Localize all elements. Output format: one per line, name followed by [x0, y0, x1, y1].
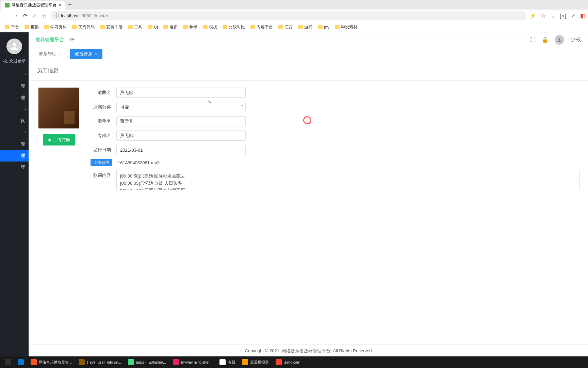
bookmark-item[interactable]: 平台	[5, 24, 19, 30]
reload-icon[interactable]: ⟳	[22, 12, 29, 19]
bookmark-item[interactable]: 游戏	[298, 24, 312, 30]
bookmark-item[interactable]: 框架	[24, 24, 39, 30]
svg-point-0	[13, 43, 16, 46]
sidebar-item[interactable]: 理	[0, 162, 29, 173]
tab-label: 修改音乐	[75, 51, 93, 57]
lyrics-label: 歌词内容	[91, 170, 111, 179]
upload-cover-label: 上传封面	[53, 137, 70, 143]
upload-cover-button[interactable]: ⊕ 上传封面	[43, 134, 75, 145]
info-icon: ⓘ	[54, 13, 59, 19]
folder-icon	[298, 25, 303, 29]
home-icon[interactable]: ⌂	[31, 12, 38, 19]
lock-icon[interactable]: 🔒	[542, 36, 549, 43]
main-area: 放器管理平台 ⟳ ⛶ 🔒 少校 音乐管理×修改音乐× 员工信息	[29, 32, 588, 357]
sidebar-avatar[interactable]	[6, 39, 22, 54]
bookmark-label: 学习资料	[50, 24, 67, 30]
bookmark-label: 工具	[134, 24, 142, 30]
bookmark-label: 框架	[31, 24, 39, 30]
bookmark-label: 江西	[284, 24, 293, 30]
bookmark-item[interactable]: mv	[318, 25, 329, 30]
content-area: 员工信息 ⊕ 上传封面 歌曲名	[29, 61, 588, 344]
category-label: 所属分类	[91, 102, 111, 110]
folder-icon	[148, 25, 152, 29]
sidebar-item[interactable]: ▴	[0, 127, 29, 138]
close-icon[interactable]: ×	[95, 51, 98, 57]
sidebar-item[interactable]: 理	[0, 138, 29, 150]
chevron-down-icon[interactable]: ⌄	[551, 13, 555, 19]
user-avatar[interactable]	[555, 35, 564, 45]
username-text[interactable]: 少校	[570, 36, 581, 43]
singer-input[interactable]	[116, 116, 246, 126]
content-tab[interactable]: 音乐管理×	[34, 49, 67, 59]
category-select[interactable]	[116, 102, 246, 112]
close-icon[interactable]: ×	[59, 51, 62, 57]
bookmark-item[interactable]: 参考	[183, 24, 197, 30]
date-input[interactable]	[116, 145, 246, 155]
bookmark-item[interactable]: 安装手册	[100, 24, 122, 30]
bookmark-item[interactable]: 电影	[163, 24, 178, 30]
sidebar-item[interactable]: ▴	[0, 69, 29, 80]
bookmarks-bar: 平台框架学习资料优秀代码安装手册工具UI电影参考模板比较对比内容平台江西游戏mv…	[0, 22, 588, 32]
sidebar-item[interactable]: 理	[0, 80, 29, 92]
refresh-button[interactable]: ⟳	[70, 36, 75, 43]
folder-icon	[278, 25, 283, 29]
bookmark-item[interactable]: UI	[148, 25, 158, 30]
footer-text: Copyright © 2021, 网络音乐播放器管理平台, All Right…	[29, 344, 588, 357]
back-icon[interactable]: ←	[3, 12, 10, 19]
upload-song-button[interactable]: 上传歌曲	[91, 159, 112, 166]
bookmark-label: 平台	[11, 24, 19, 30]
content-tab[interactable]: 修改音乐×	[70, 49, 103, 59]
new-tab-button[interactable]: +	[65, 1, 75, 9]
bookmark-item[interactable]: 学习资料	[44, 24, 67, 30]
fullscreen-icon[interactable]: ⛶	[530, 37, 536, 43]
sidebar-item-label: 艮	[21, 118, 25, 124]
svg-point-1	[558, 38, 560, 40]
bookmark-label: 电影	[169, 24, 178, 30]
sidebar-item[interactable]: 理	[0, 92, 29, 104]
sidebar-item[interactable]: 艮	[0, 115, 29, 127]
bookmark-label: 模板	[209, 24, 217, 30]
tab-label: 音乐管理	[39, 51, 56, 57]
album-input[interactable]	[116, 131, 246, 141]
folder-icon	[250, 25, 255, 29]
bookmark-item[interactable]: 江西	[278, 24, 293, 30]
close-tab-icon[interactable]: ×	[59, 2, 61, 8]
bookmark-label: 安装手册	[106, 24, 122, 30]
folder-icon	[203, 25, 208, 29]
browser-tab[interactable]: 网络音乐播放器管理平台 ×	[1, 1, 65, 10]
form-panel: 员工信息 ⊕ 上传封面 歌曲名	[29, 61, 588, 344]
taskbar: 网络音乐播放器管...t_sys_user_info @...apps - [E…	[0, 356, 588, 357]
folder-icon	[5, 25, 10, 29]
folder-icon	[335, 25, 340, 29]
forward-icon[interactable]: →	[12, 12, 19, 19]
sidebar-item[interactable]: 理	[0, 150, 29, 162]
url-host: localhost	[61, 13, 78, 18]
bookmark-label: 比较对比	[229, 24, 245, 30]
bookmark-item[interactable]: 优秀代码	[72, 24, 95, 30]
date-label: 发行日期	[91, 145, 111, 153]
song-input[interactable]	[116, 88, 246, 98]
ext1-icon[interactable]: [∘]	[560, 13, 566, 19]
url-port: :8080	[80, 13, 92, 18]
lyrics-textarea[interactable]	[116, 170, 580, 190]
ext3-icon[interactable]: ◧	[580, 13, 585, 19]
brand-text: 放器管理平台	[35, 37, 64, 43]
plus-circle-icon: ⊕	[48, 137, 51, 142]
bookmark-item[interactable]: 内容平台	[250, 24, 273, 30]
tab-title: 网络音乐播放器管理平台	[12, 2, 56, 8]
sidebar-item-label: 理	[21, 83, 25, 89]
sidebar-menu: ▴理理▴艮▴理理理	[0, 69, 29, 173]
sidebar-item[interactable]: ▴	[0, 104, 29, 115]
bookmark-star-icon[interactable]: ☆	[541, 13, 546, 19]
bookmark-item[interactable]: 工具	[128, 24, 142, 30]
bookmark-item[interactable]: 比较对比	[223, 24, 245, 30]
star-icon[interactable]: ☆	[41, 12, 48, 19]
app-container: 校, 欢迎登录 ▴理理▴艮▴理理理 放器管理平台 ⟳ ⛶ 🔒 少校 音乐管理×修…	[0, 32, 588, 357]
bookmark-item[interactable]: 模板	[203, 24, 217, 30]
category-value[interactable]	[116, 102, 246, 112]
bookmark-item[interactable]: 毕设素材	[335, 24, 357, 30]
caret-up-icon: ▴	[25, 130, 27, 134]
ext2-icon[interactable]: ✓	[571, 13, 575, 19]
flash-icon[interactable]: ⚡	[529, 13, 536, 19]
url-input[interactable]: ⓘ localhost:8080/master	[50, 11, 527, 20]
